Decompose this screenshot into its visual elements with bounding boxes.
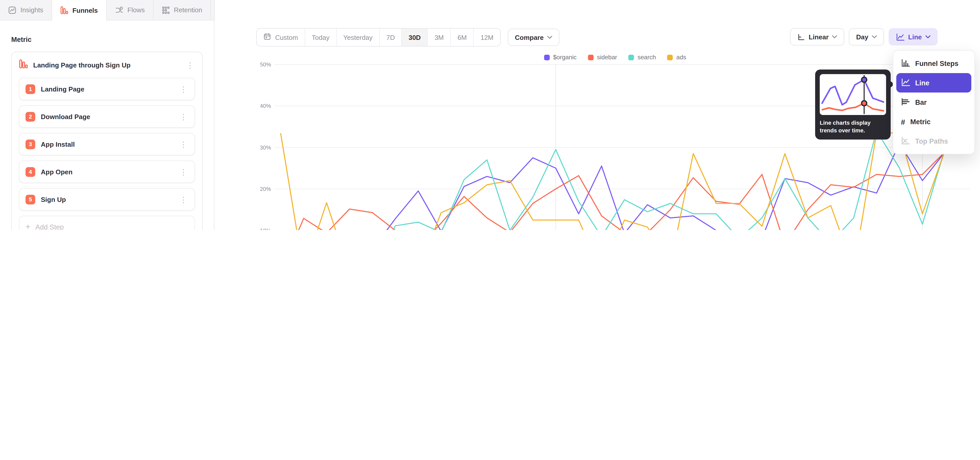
menu-item-line[interactable]: Line <box>896 73 971 93</box>
insights-icon <box>8 6 16 14</box>
query-sidebar: Metric Landing Page through Sign Up ⋮ 1L… <box>0 21 215 230</box>
tab-flows[interactable]: Flows <box>107 0 153 20</box>
date-range-label: Yesterday <box>343 34 372 41</box>
compare-button[interactable]: Compare <box>508 29 560 46</box>
linear-scale-icon <box>797 33 805 41</box>
tab-label: Retention <box>174 6 202 14</box>
date-range-12m[interactable]: 12M <box>474 29 500 46</box>
granularity-label: Day <box>856 33 869 41</box>
line-chart-icon <box>896 32 905 41</box>
funnel-step-sign-up[interactable]: 5Sign Up⋮ <box>19 188 195 211</box>
date-range-3m[interactable]: 3M <box>428 29 451 46</box>
date-range-label: 7D <box>387 34 395 41</box>
retention-icon <box>162 6 170 14</box>
step-label: App Install <box>41 140 179 148</box>
date-range-6m[interactable]: 6M <box>451 29 474 46</box>
metric-icon: # <box>901 117 905 126</box>
y-axis-tick-label: 50% <box>260 61 271 68</box>
funnel-steps-icon <box>901 58 910 69</box>
top-paths-icon <box>901 136 910 147</box>
funnel-metric-icon <box>19 59 28 70</box>
add-step-button[interactable]: + Add Step <box>19 216 195 230</box>
step-number-badge: 3 <box>25 139 35 149</box>
funnel-step-download-page[interactable]: 2Download Page⋮ <box>19 105 195 128</box>
legend-label: ads <box>676 54 686 61</box>
step-label: Sign Up <box>41 195 179 203</box>
metric-card: Landing Page through Sign Up ⋮ 1Landing … <box>11 52 203 230</box>
date-range-today[interactable]: Today <box>305 29 337 46</box>
legend-item-sidebar[interactable]: sidebar <box>588 54 617 61</box>
chart-type-tooltip: Line charts display trends over time. <box>815 70 891 139</box>
step-label: App Open <box>41 168 179 176</box>
step-kebab-menu[interactable]: ⋮ <box>179 140 188 148</box>
y-axis-tick-label: 10% <box>260 227 271 230</box>
date-range-custom[interactable]: Custom <box>257 29 305 46</box>
legend-swatch <box>667 54 673 60</box>
chevron-down-icon <box>832 35 837 38</box>
tab-label: Insights <box>21 6 43 14</box>
compare-label: Compare <box>515 34 544 41</box>
tab-insights[interactable]: Insights <box>0 0 52 20</box>
chart-legend: $organicsidebarsearchads <box>260 54 970 61</box>
legend-item-organic[interactable]: $organic <box>544 54 576 61</box>
menu-item-label: Funnel Steps <box>915 59 959 67</box>
funnel-kebab-menu[interactable]: ⋮ <box>185 61 195 69</box>
y-axis-tick-label: 30% <box>260 144 271 151</box>
menu-item-funnel-steps[interactable]: Funnel Steps <box>896 54 971 73</box>
date-range-30d[interactable]: 30D <box>402 29 428 46</box>
report-tabbar: InsightsFunnelsFlowsRetention <box>0 0 215 21</box>
step-kebab-menu[interactable]: ⋮ <box>179 168 188 176</box>
step-label: Download Page <box>41 113 179 120</box>
y-axis-tick-label: 20% <box>260 186 271 192</box>
step-kebab-menu[interactable]: ⋮ <box>179 85 188 93</box>
chevron-down-icon <box>872 35 877 38</box>
funnel-step-app-install[interactable]: 3App Install⋮ <box>19 133 195 155</box>
calendar-icon <box>263 33 271 42</box>
menu-item-bar[interactable]: Bar <box>896 93 971 112</box>
tab-funnels[interactable]: Funnels <box>52 0 107 21</box>
step-kebab-menu[interactable]: ⋮ <box>179 113 188 120</box>
flows-icon <box>115 6 123 14</box>
line-chart-icon <box>901 77 910 88</box>
legend-swatch <box>544 54 549 60</box>
step-number-badge: 5 <box>25 195 35 204</box>
legend-label: sidebar <box>597 54 617 61</box>
chart-type-dropdown[interactable]: Line <box>889 28 938 45</box>
chevron-down-icon <box>547 36 552 39</box>
legend-swatch <box>628 54 634 60</box>
tab-label: Funnels <box>73 6 98 14</box>
granularity-dropdown[interactable]: Day <box>849 28 884 45</box>
funnel-title: Landing Page through Sign Up <box>33 61 180 69</box>
y-axis-tick-label: 40% <box>260 103 271 109</box>
legend-label: $organic <box>553 54 576 61</box>
chevron-down-icon <box>925 35 931 38</box>
step-kebab-menu[interactable]: ⋮ <box>179 195 188 203</box>
add-step-label: Add Step <box>35 223 64 230</box>
date-range-7d[interactable]: 7D <box>380 29 402 46</box>
funnel-step-landing-page[interactable]: 1Landing Page⋮ <box>19 78 195 100</box>
funnels-app: InsightsFunnelsFlowsRetention Metric Lan… <box>0 0 980 230</box>
legend-swatch <box>588 54 593 60</box>
legend-item-search[interactable]: search <box>628 54 656 61</box>
scale-dropdown[interactable]: Linear <box>791 28 845 45</box>
date-range-label: 6M <box>458 34 467 41</box>
menu-item-metric[interactable]: #Metric <box>896 112 971 131</box>
menu-item-label: Top Paths <box>915 137 948 145</box>
date-range-yesterday[interactable]: Yesterday <box>337 29 380 46</box>
date-range-label: Today <box>312 34 329 41</box>
menu-item-label: Metric <box>910 118 931 126</box>
menu-item-label: Bar <box>915 98 927 106</box>
date-range-control: CustomTodayYesterday7D30D3M6M12M <box>256 28 501 46</box>
tab-label: Flows <box>127 6 145 14</box>
date-range-label: Custom <box>275 34 298 41</box>
report-canvas: CustomTodayYesterday7D30D3M6M12M Compare… <box>215 0 980 230</box>
step-number-badge: 1 <box>25 84 35 94</box>
date-range-label: 12M <box>480 34 493 41</box>
tab-retention[interactable]: Retention <box>153 0 211 20</box>
step-number-badge: 4 <box>25 167 35 177</box>
funnel-step-app-open[interactable]: 4App Open⋮ <box>19 160 195 183</box>
series-line-search[interactable] <box>281 131 945 230</box>
bar-chart-icon <box>901 97 910 108</box>
legend-item-ads[interactable]: ads <box>667 54 686 61</box>
step-number-badge: 2 <box>25 112 35 121</box>
